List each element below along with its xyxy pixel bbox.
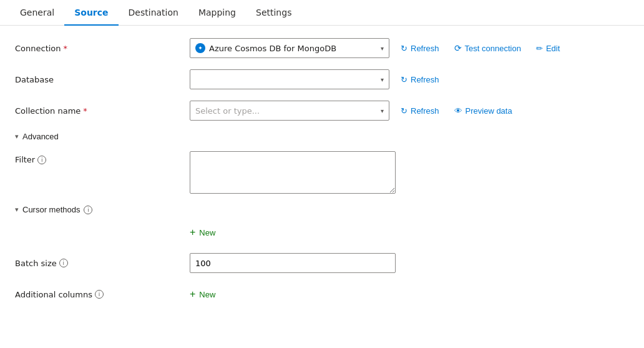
collection-refresh-label: Refresh	[411, 106, 439, 116]
new-cursor-label: New	[199, 228, 215, 237]
database-label: Database	[15, 75, 190, 84]
batch-size-info-icon[interactable]: i	[59, 259, 68, 267]
cursor-methods-section: ▾ Cursor methods i	[15, 205, 629, 214]
preview-data-button[interactable]: 👁 Preview data	[451, 104, 516, 118]
database-dropdown[interactable]: ▾	[190, 69, 389, 89]
tab-mapping[interactable]: Mapping	[188, 0, 246, 25]
cursor-chevron-icon: ▾	[15, 206, 19, 214]
tab-source[interactable]: Source	[64, 0, 118, 25]
connection-required-star: *	[64, 44, 68, 53]
additional-new-label: New	[199, 290, 215, 299]
edit-pencil-icon: ✏	[536, 44, 543, 53]
test-connection-label: Test connection	[465, 44, 521, 53]
additional-columns-new-button[interactable]: + New	[190, 286, 215, 302]
database-controls: ▾ ↻ Refresh	[190, 69, 629, 89]
cosmos-db-icon: ✦	[195, 43, 205, 53]
filter-info-icon[interactable]: i	[37, 156, 46, 164]
preview-data-icon: 👁	[454, 106, 462, 116]
tab-settings[interactable]: Settings	[246, 0, 301, 25]
database-row: Database ▾ ↻ Refresh	[15, 69, 629, 89]
refresh-icon-3: ↻	[401, 106, 407, 116]
preview-data-label: Preview data	[466, 106, 512, 116]
collection-chevron-icon: ▾	[381, 107, 384, 114]
form-area: Connection * ✦ Azure Cosmos DB for Mongo…	[0, 26, 644, 328]
advanced-toggle[interactable]: ▾ Advanced	[15, 132, 59, 141]
filter-label-text: Filter	[15, 155, 35, 164]
cursor-methods-info-icon[interactable]: i	[84, 206, 92, 214]
additional-columns-row: Additional columns i + New	[15, 284, 629, 304]
collection-refresh-button[interactable]: ↻ Refresh	[397, 104, 443, 118]
batch-size-label: Batch size i	[15, 259, 190, 268]
edit-label: Edit	[546, 44, 560, 53]
additional-columns-info-icon[interactable]: i	[95, 290, 104, 299]
collection-required-star: *	[83, 106, 87, 116]
collection-name-label: Collection name *	[15, 106, 190, 116]
collection-dropdown[interactable]: Select or type... ▾	[190, 101, 389, 121]
connection-dropdown[interactable]: ✦ Azure Cosmos DB for MongoDB ▾	[190, 38, 389, 58]
advanced-chevron-icon: ▾	[15, 132, 19, 141]
collection-name-label-text: Collection name	[15, 106, 80, 116]
refresh-icon-1: ↻	[401, 44, 407, 53]
additional-columns-controls: + New	[190, 286, 629, 302]
advanced-label: Advanced	[22, 132, 59, 141]
test-connection-icon: ⟳	[454, 43, 462, 53]
new-cursor-button[interactable]: + New	[190, 224, 215, 241]
cursor-methods-label: Cursor methods	[22, 205, 80, 214]
collection-controls: Select or type... ▾ ↻ Refresh 👁 Preview …	[190, 101, 629, 121]
connection-row: Connection * ✦ Azure Cosmos DB for Mongo…	[15, 38, 629, 58]
connection-value: Azure Cosmos DB for MongoDB	[209, 44, 336, 53]
tabs-bar: General Source Destination Mapping Setti…	[0, 0, 644, 26]
database-label-text: Database	[15, 75, 54, 84]
database-refresh-button[interactable]: ↻ Refresh	[397, 72, 443, 87]
batch-size-label-text: Batch size	[15, 259, 57, 268]
batch-size-row: Batch size i	[15, 253, 629, 273]
connection-label: Connection *	[15, 44, 190, 53]
additional-columns-label: Additional columns i	[15, 290, 190, 299]
connection-refresh-label: Refresh	[411, 44, 439, 53]
connection-chevron-icon: ▾	[381, 45, 384, 52]
database-chevron-icon: ▾	[381, 76, 384, 83]
filter-textarea[interactable]	[190, 151, 396, 194]
tab-general[interactable]: General	[10, 0, 64, 25]
collection-placeholder: Select or type...	[195, 106, 260, 116]
edit-button[interactable]: ✏ Edit	[532, 41, 564, 56]
cursor-methods-toggle[interactable]: ▾ Cursor methods i	[15, 205, 92, 214]
test-connection-button[interactable]: ⟳ Test connection	[451, 41, 525, 56]
filter-label: Filter i	[15, 151, 190, 164]
tab-destination[interactable]: Destination	[119, 0, 188, 25]
collection-dropdown-content: Select or type...	[195, 106, 260, 116]
batch-size-input[interactable]	[190, 253, 396, 273]
connection-refresh-button[interactable]: ↻ Refresh	[397, 41, 443, 56]
filter-row: Filter i	[15, 151, 629, 194]
collection-name-row: Collection name * Select or type... ▾ ↻ …	[15, 101, 629, 121]
connection-dropdown-content: ✦ Azure Cosmos DB for MongoDB	[195, 43, 336, 53]
batch-size-controls	[190, 253, 629, 273]
new-cursor-plus-icon: +	[190, 227, 195, 238]
database-refresh-label: Refresh	[411, 75, 439, 84]
connection-label-text: Connection	[15, 44, 61, 53]
additional-new-plus-icon: +	[190, 289, 195, 300]
refresh-icon-2: ↻	[401, 75, 407, 84]
connection-controls: ✦ Azure Cosmos DB for MongoDB ▾ ↻ Refres…	[190, 38, 629, 58]
additional-columns-label-text: Additional columns	[15, 290, 92, 299]
